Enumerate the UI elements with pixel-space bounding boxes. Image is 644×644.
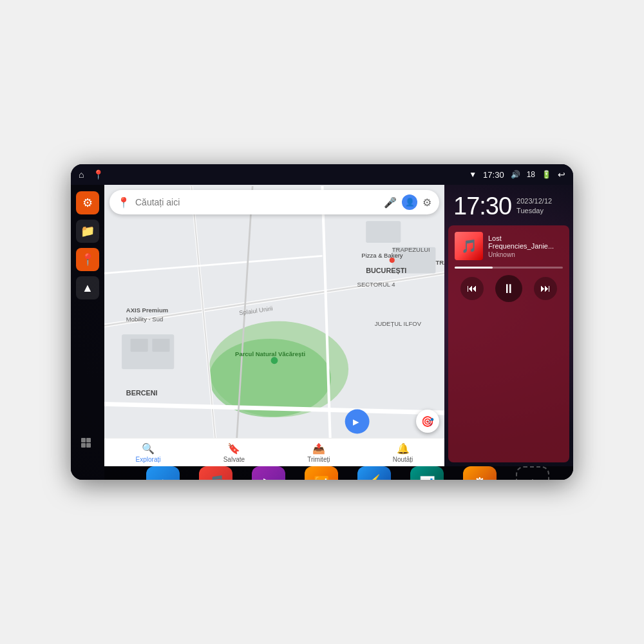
sidebar-item-settings[interactable]: ⚙ [76, 191, 99, 214]
bluetooth-app-icon: ⚡ [357, 466, 391, 480]
send-label: Trimiteți [307, 456, 330, 463]
equalizer-icon: 📊 [419, 475, 435, 480]
explore-icon: 🔍 [142, 442, 155, 455]
map-bottom-tabs: 🔍 Explorați 🔖 Salvate 📤 Trimiteți � [104, 438, 444, 466]
add-icon: + [528, 474, 537, 480]
settings-app-icon: ⚙ [463, 466, 497, 480]
sidebar-item-map[interactable]: 📍 [76, 248, 99, 271]
device: ⌂ 📍 ▼ 17:30 🔊 18 🔋 ↩ ⚙ 📁 📍 ▲ [71, 164, 573, 480]
volume-icon[interactable]: 🔊 [511, 170, 520, 179]
music-controls: ⏮ ⏸ ⏭ [455, 275, 563, 302]
app-settings[interactable]: ⚙ Settings [455, 466, 505, 480]
sidebar-item-files[interactable]: 📁 [76, 220, 99, 243]
map-tab-send[interactable]: 📤 Trimiteți [307, 442, 330, 463]
app-equalizer[interactable]: 📊 Equalizer [402, 466, 452, 480]
music-progress-fill [455, 267, 493, 269]
svg-text:TRAP...: TRAP... [435, 259, 444, 266]
music-title: Lost Frequencies_Janie... [488, 234, 563, 250]
radio-wave-icon: 📶 [314, 475, 330, 480]
app-add[interactable]: + add [507, 466, 558, 480]
maps-icon[interactable]: 📍 [93, 169, 104, 180]
saved-label: Salvate [223, 456, 245, 463]
prev-button[interactable]: ⏮ [460, 277, 484, 300]
map-tab-news[interactable]: 🔔 Noutăți [393, 442, 413, 463]
pause-icon: ⏸ [502, 281, 515, 296]
files-icon: 📁 [80, 224, 95, 238]
clock-widget: 17:30 2023/12/12 Tuesday [444, 185, 573, 225]
main-area: Splaiul Unirii AXIS Premium Mobility - S… [104, 185, 573, 480]
map-tab-explore[interactable]: 🔍 Explorați [136, 442, 161, 463]
svg-text:JUDEȚUL ILFOV: JUDEȚUL ILFOV [375, 320, 422, 327]
music-note-icon: 🎵 [207, 475, 225, 480]
back-icon[interactable]: ↩ [558, 169, 565, 180]
play-pause-button[interactable]: ⏸ [495, 275, 522, 302]
google-maps-icon: 📍 [117, 196, 130, 209]
map-tab-saved[interactable]: 🔖 Salvate [223, 442, 245, 463]
prev-icon: ⏮ [467, 283, 477, 294]
svg-text:BERCENI: BERCENI [126, 389, 158, 397]
navi-icon-shape: ▲ [156, 475, 170, 480]
saved-icon: 🔖 [227, 442, 240, 455]
send-icon: 📤 [312, 442, 325, 455]
svg-rect-16 [366, 221, 401, 243]
status-right-icons: ▼ 17:30 🔊 18 🔋 ↩ [469, 169, 565, 180]
bluetooth-icon: ⚡ [365, 474, 384, 480]
music-widget: 🎵 Lost Frequencies_Janie... Unknown ⏮ [448, 225, 569, 462]
app-navi[interactable]: ▲ Navi [138, 466, 188, 480]
album-art: 🎵 [455, 232, 483, 260]
wifi-icon: ▼ [469, 170, 477, 179]
sidebar-item-navi[interactable]: ▲ [76, 276, 99, 299]
battery-icon: 🔋 [542, 170, 551, 179]
app-drawer: ▲ Navi 🎵 Music Player ▶ Video Player [104, 466, 573, 480]
svg-text:Pizza & Bakery: Pizza & Bakery [361, 252, 402, 259]
svg-text:BUCUREȘTI: BUCUREȘTI [366, 267, 406, 274]
main-screen: ⚙ 📁 📍 ▲ [71, 185, 573, 480]
music-artist: Unknown [488, 251, 563, 258]
svg-point-27 [271, 357, 278, 364]
top-section: Splaiul Unirii AXIS Premium Mobility - S… [104, 185, 573, 466]
map-search-bar[interactable]: 📍 Căutați aici 🎤 👤 ⚙ [109, 190, 439, 214]
svg-text:Mobility - Sud: Mobility - Sud [126, 316, 163, 323]
microphone-icon[interactable]: 🎤 [384, 196, 397, 209]
settings-icon: ⚙ [82, 196, 93, 210]
map-settings-icon[interactable]: ⚙ [422, 196, 431, 209]
map-container[interactable]: Splaiul Unirii AXIS Premium Mobility - S… [104, 185, 444, 466]
gear-icon: ⚙ [473, 475, 486, 480]
video-player-app-icon: ▶ [252, 466, 285, 480]
home-icon[interactable]: ⌂ [79, 169, 84, 180]
next-icon: ⏭ [540, 283, 551, 294]
svg-text:Parcul Natural Văcărești: Parcul Natural Văcărești [235, 350, 305, 357]
svg-text:▸: ▸ [353, 415, 359, 428]
svg-text:AXIS Premium: AXIS Premium [126, 307, 168, 314]
svg-rect-14 [152, 339, 169, 352]
status-bar: ⌂ 📍 ▼ 17:30 🔊 18 🔋 ↩ [71, 164, 573, 185]
clock-date: 2023/12/12 Tuesday [516, 193, 552, 216]
play-icon: ▶ [263, 475, 274, 480]
navi-icon: ▲ [82, 281, 93, 295]
locate-icon: 🎯 [421, 415, 434, 428]
status-left-icons: ⌂ 📍 [79, 169, 104, 180]
add-app-icon: + [516, 466, 549, 480]
news-label: Noutăți [393, 456, 413, 463]
map-search-input[interactable]: Căutați aici [135, 197, 379, 207]
music-progress-bar[interactable] [455, 267, 563, 269]
app-radio[interactable]: 📶 radio [296, 466, 346, 480]
right-panel: 17:30 2023/12/12 Tuesday 🎵 Lost Frequenc… [444, 185, 573, 466]
app-bluetooth[interactable]: ⚡ Bluetooth [349, 466, 399, 480]
app-music-player[interactable]: 🎵 Music Player [191, 466, 241, 480]
user-avatar[interactable]: 👤 [402, 194, 417, 210]
music-text: Lost Frequencies_Janie... Unknown [488, 234, 563, 258]
next-button[interactable]: ⏭ [534, 277, 557, 300]
explore-label: Explorați [136, 456, 161, 463]
app-video-player[interactable]: ▶ Video Player [243, 466, 294, 480]
map-background: Splaiul Unirii AXIS Premium Mobility - S… [104, 185, 444, 466]
map-pin-icon: 📍 [80, 252, 95, 267]
time-display: 17:30 [483, 170, 504, 180]
map-locate-button[interactable]: 🎯 [416, 410, 439, 433]
radio-app-icon: 📶 [305, 466, 338, 480]
svg-rect-13 [131, 339, 148, 352]
svg-text:SECTORUL 4: SECTORUL 4 [357, 281, 395, 288]
sidebar: ⚙ 📁 📍 ▲ [71, 185, 104, 480]
music-track-info: 🎵 Lost Frequencies_Janie... Unknown [455, 232, 563, 260]
equalizer-app-icon: 📊 [410, 466, 444, 480]
